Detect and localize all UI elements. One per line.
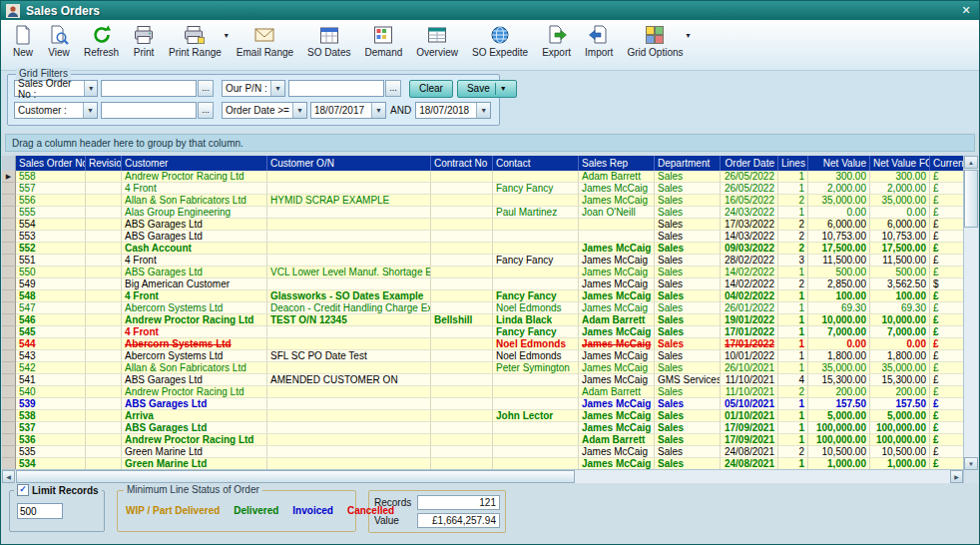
print-range-dropdown-arrow[interactable]: ▾ [225, 31, 229, 40]
grid-cell-lines[interactable]: 2 [778, 278, 808, 290]
grid-cell-so[interactable]: 556 [16, 195, 86, 207]
grid-cell-net[interactable]: 11,500.00 [808, 255, 870, 267]
grid-cell-rev[interactable] [86, 171, 122, 183]
grid-cell-lines[interactable]: 1 [778, 362, 808, 374]
grid-cell-contract[interactable] [431, 398, 493, 410]
grid-cell-contract[interactable] [431, 195, 493, 207]
grid-cell-contact[interactable]: Fancy Fancy [493, 183, 579, 195]
grid-cell-dept[interactable]: Sales [655, 171, 721, 183]
grid-cell-netfc[interactable]: 1,000.00 [870, 458, 930, 469]
grid-cell-cur[interactable]: £ [930, 338, 963, 350]
grid-cell-netfc[interactable]: 1,800.00 [870, 350, 930, 362]
grid-cell-on[interactable]: HYMID SCRAP EXAMPLE [267, 195, 431, 207]
grid-cell-dept[interactable]: Sales [655, 434, 721, 446]
grid-cell-contact[interactable] [493, 446, 579, 458]
table-row[interactable]: 5454 FrontFancy FancyJames McCaigSales17… [2, 326, 963, 338]
grid-cell-rep[interactable]: James McCaig [579, 422, 655, 434]
column-header-dept[interactable]: Department [655, 156, 721, 171]
grid-cell-contract[interactable] [431, 422, 493, 434]
grid-cell-netfc[interactable]: 200.00 [870, 386, 930, 398]
table-row[interactable]: 540Andrew Proctor Racing LtdAdam Barrett… [2, 386, 963, 398]
grid-options-button[interactable]: Grid Options [620, 22, 690, 59]
table-row[interactable]: 549Big American CustomerJames McCaigSale… [2, 278, 963, 290]
grid-cell-netfc[interactable]: 7,000.00 [870, 326, 930, 338]
table-row[interactable]: 535Green Marine LtdJames McCaigSales24/0… [2, 446, 963, 458]
grid-cell-lines[interactable]: 1 [778, 326, 808, 338]
grid-cell-rev[interactable] [86, 231, 122, 243]
grid-cell-dept[interactable]: Sales [655, 362, 721, 374]
grid-cell-so[interactable]: 550 [16, 267, 86, 278]
grid-cell-rev[interactable] [86, 386, 122, 398]
grid-cell-so[interactable]: 538 [16, 410, 86, 422]
customer-input[interactable] [101, 102, 197, 119]
grid-cell-customer[interactable]: Abercorn Systems Ltd [122, 302, 267, 314]
grid-cell-on[interactable] [267, 434, 431, 446]
grid-cell-net[interactable]: 100,000.00 [808, 434, 870, 446]
grid-cell-cur[interactable]: £ [930, 350, 963, 362]
table-row[interactable]: 555Alas Group EngineeringPaul MartinezJo… [2, 207, 963, 219]
grid-cell-lines[interactable]: 2 [778, 219, 808, 231]
grid-cell-lines[interactable]: 1 [778, 171, 808, 183]
grid-cell-cur[interactable]: £ [930, 243, 963, 255]
grid-cell-rev[interactable] [86, 374, 122, 386]
grid-cell-net[interactable]: 0.00 [808, 338, 870, 350]
grid-cell-on[interactable] [267, 219, 431, 231]
grid-cell-contact[interactable]: Paul Martinez [493, 207, 579, 219]
grid-cell-customer[interactable]: 4 Front [122, 290, 267, 302]
grid-cell-rep[interactable]: Adam Barrett [579, 386, 655, 398]
grid-cell-contract[interactable] [431, 458, 493, 469]
grid-cell-lines[interactable]: 1 [778, 338, 808, 350]
vertical-scroll-thumb[interactable] [964, 170, 978, 228]
grid-cell-cur[interactable]: £ [930, 267, 963, 278]
grid-cell-date[interactable]: 17/09/2021 [721, 422, 778, 434]
grid-cell-so[interactable]: 547 [16, 302, 86, 314]
grid-cell-dept[interactable]: Sales [655, 422, 721, 434]
table-row[interactable]: 553ABS Garages LtdSales14/03/2022210,753… [2, 231, 963, 243]
grid-cell-contact[interactable] [493, 434, 579, 446]
grid-cell-lines[interactable]: 2 [778, 386, 808, 398]
grid-cell-contract[interactable] [431, 326, 493, 338]
grid-cell-rep[interactable]: James McCaig [579, 243, 655, 255]
so-expedite-button[interactable]: SO Expedite [465, 22, 535, 59]
grid-cell-so[interactable]: 536 [16, 434, 86, 446]
grid-cell-customer[interactable]: Green Marine Ltd [122, 458, 267, 469]
close-button[interactable]: ✕ [958, 4, 974, 17]
grid-cell-contract[interactable] [431, 183, 493, 195]
grid-cell-rep[interactable]: James McCaig [579, 255, 655, 267]
grid-cell-lines[interactable]: 2 [778, 231, 808, 243]
grid-cell-on[interactable] [267, 231, 431, 243]
grid-cell-net[interactable]: 100.00 [808, 290, 870, 302]
grid-cell-netfc[interactable]: 100.00 [870, 290, 930, 302]
grid-cell-cur[interactable]: £ [930, 446, 963, 458]
grid-cell-rep[interactable]: James McCaig [579, 374, 655, 386]
print-range-button[interactable]: Print Range [162, 22, 229, 59]
grid-cell-dept[interactable]: Sales [655, 207, 721, 219]
grid-cell-net[interactable]: 2,000.00 [808, 183, 870, 195]
grid-cell-so[interactable]: 541 [16, 374, 86, 386]
new-button[interactable]: New [5, 22, 41, 59]
grid-cell-netfc[interactable]: 300.00 [870, 171, 930, 183]
grid-cell-dept[interactable]: GMS Services [655, 374, 721, 386]
grid-cell-contact[interactable] [493, 195, 579, 207]
our-pn-combo[interactable]: Our P/N : ▼ [222, 80, 285, 97]
grid-cell-contact[interactable] [493, 422, 579, 434]
grid-cell-dept[interactable]: Sales [655, 314, 721, 326]
grid-cell-cur[interactable]: £ [930, 171, 963, 183]
grid-cell-date[interactable]: 11/10/2021 [721, 374, 778, 386]
grid-cell-on[interactable] [267, 326, 431, 338]
order-date-from-field[interactable]: 18/07/2017 ▼ [310, 102, 386, 119]
column-header-cur[interactable]: Currency [930, 156, 963, 171]
grid-cell-net[interactable]: 500.00 [808, 267, 870, 278]
grid-cell-rev[interactable] [86, 183, 122, 195]
grid-cell-rev[interactable] [86, 195, 122, 207]
order-date-to-field[interactable]: 18/07/2018 ▼ [415, 102, 491, 119]
grid-cell-customer[interactable]: 4 Front [122, 255, 267, 267]
grid-cell-date[interactable]: 10/01/2022 [721, 350, 778, 362]
grid-cell-rev[interactable] [86, 314, 122, 326]
limit-records-checkbox[interactable]: ✓ [17, 484, 29, 496]
grid-cell-netfc[interactable]: 3,562.50 [870, 278, 930, 290]
grid-cell-lines[interactable]: 3 [778, 255, 808, 267]
table-row[interactable]: 534Green Marine LtdJames McCaigSales24/0… [2, 458, 963, 469]
grid-cell-rep[interactable]: James McCaig [579, 278, 655, 290]
grid-cell-date[interactable]: 19/01/2022 [721, 314, 778, 326]
